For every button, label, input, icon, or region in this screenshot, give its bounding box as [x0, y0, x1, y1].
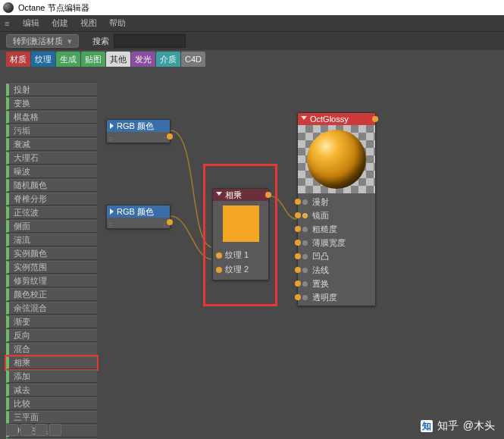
input-port[interactable] — [295, 240, 301, 246]
param-label: 法线 — [312, 265, 329, 276]
output-port[interactable] — [265, 192, 271, 198]
output-port[interactable] — [167, 219, 173, 225]
glossy-param[interactable]: 凹凸 — [298, 249, 375, 263]
glossy-param[interactable]: 法线 — [298, 263, 375, 277]
glossy-param[interactable]: 漫射 — [298, 195, 375, 209]
param-label: 漫射 — [312, 196, 329, 208]
grip-icon: :: — [164, 135, 165, 142]
material-preview — [298, 125, 375, 193]
window-titlebar: Octane 节点编辑器 — [0, 0, 504, 15]
node-title: RGB 颜色 — [117, 121, 154, 132]
watermark: 知 知乎 @木头 — [421, 419, 495, 433]
tab-发光[interactable]: 发光 — [131, 52, 155, 67]
output-port[interactable] — [167, 133, 173, 140]
menu-view[interactable]: 视图 — [80, 17, 97, 29]
glossy-param[interactable]: 镜面 — [298, 209, 375, 222]
app-logo-icon — [3, 2, 14, 13]
activate-material-label: 转到激活材质 — [13, 36, 63, 47]
glossy-param[interactable]: 薄膜宽度 — [298, 236, 375, 249]
input-port[interactable] — [295, 267, 301, 273]
input-port[interactable] — [295, 199, 301, 205]
color-swatch — [223, 205, 259, 242]
node-body — [213, 201, 268, 249]
node-oct-glossy[interactable]: OctGlossy 漫射镜面粗糙度薄膜宽度凹凸法线置换透明度 — [297, 112, 376, 306]
grip-icon: ::: — [109, 135, 112, 142]
input-port[interactable] — [216, 252, 222, 259]
canvas-control-button[interactable] — [49, 424, 61, 436]
menu-toggle-icon[interactable]: ≡ — [5, 19, 9, 28]
node-header[interactable]: RGB 颜色 — [107, 120, 170, 132]
input-label: 纹理 1 — [225, 249, 249, 261]
param-label: 透明度 — [312, 292, 337, 303]
param-dot-icon — [302, 213, 308, 218]
node-header[interactable]: 相乘 — [213, 189, 268, 201]
collapse-icon[interactable] — [301, 116, 307, 123]
node-canvas[interactable]: RGB 颜色 ::: :: RGB 颜色 ::: :: 相乘 — [0, 68, 504, 439]
menu-create[interactable]: 创建 — [52, 17, 68, 29]
watermark-author: @木头 — [463, 419, 495, 433]
tab-纹理[interactable]: 纹理 — [31, 52, 55, 67]
node-rgb-color-1[interactable]: RGB 颜色 ::: :: — [106, 119, 171, 143]
param-label: 薄膜宽度 — [312, 237, 346, 249]
tab-介质[interactable]: 介质 — [156, 52, 180, 67]
param-dot-icon — [302, 199, 308, 205]
collapse-icon[interactable] — [110, 123, 114, 129]
preview-sphere-icon — [307, 130, 366, 189]
node-header[interactable]: RGB 颜色 — [107, 205, 170, 218]
param-dot-icon — [302, 240, 308, 246]
input-port[interactable] — [295, 281, 301, 287]
glossy-param[interactable]: 透明度 — [298, 290, 375, 304]
glossy-param[interactable]: 粗糙度 — [298, 222, 375, 236]
collapse-icon[interactable] — [216, 192, 222, 199]
menu-help[interactable]: 帮助 — [109, 17, 126, 29]
node-header[interactable]: OctGlossy — [298, 113, 375, 125]
tab-C4D[interactable]: C4D — [181, 52, 205, 67]
param-dot-icon — [302, 295, 308, 300]
param-list: 漫射镜面粗糙度薄膜宽度凹凸法线置换透明度 — [298, 193, 375, 306]
param-label: 凹凸 — [312, 251, 329, 262]
dropdown-icon: ▾ — [67, 36, 72, 46]
menu-edit[interactable]: 编辑 — [23, 17, 39, 29]
category-tabs: 材质纹理生成贴图其他发光介质C4D — [0, 52, 504, 67]
param-dot-icon — [302, 227, 308, 232]
window-title: Octane 节点编辑器 — [18, 2, 89, 14]
canvas-control-button[interactable] — [35, 424, 47, 436]
output-port[interactable] — [372, 116, 378, 122]
input-port[interactable] — [295, 294, 301, 300]
input-port[interactable] — [216, 267, 222, 273]
grip-icon: ::: — [109, 221, 112, 227]
input-list: 纹理 1 纹理 2 — [213, 249, 268, 280]
workspace: 投射变换棋盘格污垢衰减大理石噪波随机颜色脊椎分形正弦波侧面湍流实例颜色实例范围修… — [0, 68, 504, 439]
watermark-brand: 知乎 — [437, 419, 459, 433]
canvas-control-button[interactable] — [6, 424, 18, 436]
input-texture-1[interactable]: 纹理 1 — [216, 249, 265, 261]
param-dot-icon — [302, 281, 308, 287]
param-label: 置换 — [312, 278, 329, 290]
glossy-param[interactable]: 置换 — [298, 277, 375, 290]
param-dot-icon — [302, 268, 308, 273]
input-port[interactable] — [295, 253, 301, 259]
tab-其他[interactable]: 其他 — [106, 52, 130, 67]
input-port[interactable] — [295, 226, 301, 232]
param-label: 粗糙度 — [312, 224, 337, 235]
node-title: OctGlossy — [310, 114, 349, 124]
search-group: 搜索 — [92, 34, 186, 48]
tab-生成[interactable]: 生成 — [56, 52, 80, 67]
input-label: 纹理 2 — [225, 264, 249, 275]
canvas-control-button[interactable] — [20, 424, 33, 436]
node-multiply[interactable]: 相乘 纹理 1 纹理 2 — [212, 188, 269, 281]
input-texture-2[interactable]: 纹理 2 — [216, 264, 265, 275]
tab-材质[interactable]: 材质 — [6, 52, 30, 67]
tab-贴图[interactable]: 贴图 — [81, 52, 105, 67]
grip-icon: :: — [164, 221, 165, 227]
activate-material-button[interactable]: 转到激活材质 ▾ — [6, 34, 79, 48]
search-input[interactable] — [114, 34, 186, 48]
param-dot-icon — [302, 254, 308, 259]
search-label: 搜索 — [92, 36, 109, 47]
zhihu-logo-icon: 知 — [421, 420, 433, 432]
canvas-controls — [6, 424, 61, 436]
collapse-icon[interactable] — [110, 209, 114, 215]
node-rgb-color-2[interactable]: RGB 颜色 ::: :: — [106, 205, 171, 229]
input-port[interactable] — [295, 212, 301, 218]
node-title: 相乘 — [225, 190, 242, 201]
